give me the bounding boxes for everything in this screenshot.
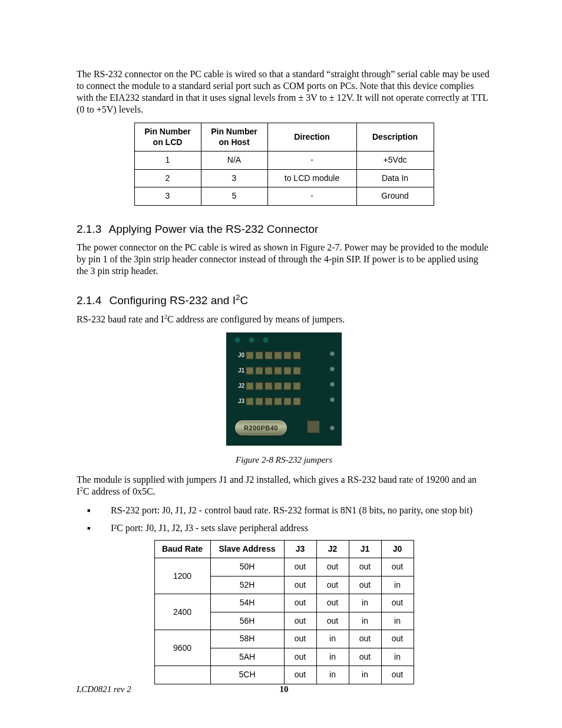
jumper-label: J2 [232, 383, 244, 390]
jumper-label: J1 [232, 367, 244, 375]
jumper-table-header: Baud Rate [154, 540, 210, 558]
smd-pad [307, 420, 320, 433]
table-row: 2 3 to LCD module Data In [134, 169, 434, 187]
section-heading-213: 2.1.3 Applying Power via the RS-232 Conn… [77, 222, 491, 236]
section-heading-214: 2.1.4 Configuring RS-232 and I2C [77, 294, 491, 308]
jumper-table: Baud Rate Slave Address J3 J2 J1 J0 1200… [154, 540, 414, 684]
cell: out [284, 594, 316, 612]
cell: 5AH [210, 648, 284, 666]
baud-cell: 9600 [154, 630, 210, 666]
section-title-post: C [240, 294, 248, 307]
section-title: Applying Power via the RS-232 Connector [109, 223, 319, 235]
baud-cell: 2400 [154, 594, 210, 630]
table-row: 1200 50H out out out out [154, 558, 414, 577]
cell: in [381, 648, 414, 666]
config-post: C address are configured by means of jum… [167, 314, 345, 324]
pin-table-header: Description [356, 123, 434, 151]
cell: in [349, 612, 381, 630]
cell: out [316, 558, 349, 577]
table-row: 1 N/A - +5Vdc [134, 151, 434, 170]
cell: out [316, 612, 349, 630]
cell: 52H [210, 576, 284, 594]
section-title-pre: Configuring RS-232 and I [110, 294, 236, 307]
cell: in [381, 612, 414, 630]
table-row: 3 5 - Ground [134, 187, 434, 206]
jumper-table-header: J2 [316, 540, 349, 558]
cell: 50H [210, 558, 284, 577]
table-row: 9600 58H out in out out [154, 630, 414, 648]
cell: in [349, 594, 381, 612]
cell: in [316, 630, 349, 648]
cell: - [267, 151, 356, 170]
cell: out [284, 630, 316, 648]
jumper-table-header: J1 [349, 540, 381, 558]
figure-2-8: J0 J1 J2 J3 R200PB40 [77, 332, 491, 449]
cell: out [349, 558, 381, 577]
cell: 3 [201, 169, 267, 187]
table-row: 2400 54H out out in out [154, 594, 414, 612]
cell: - [267, 187, 356, 206]
cell: 3 [134, 187, 201, 206]
cell: Data In [356, 169, 434, 187]
jumper-table-header: Slave Address [210, 540, 284, 558]
jumper-label: J0 [232, 352, 244, 360]
cell: 56H [210, 612, 284, 630]
cell: to LCD module [267, 169, 356, 187]
list-item: I²C port: J0, J1, J2, J3 - sets slave pe… [77, 522, 491, 534]
port-bullet-list: RS-232 port: J0, J1, J2 - control baud r… [77, 505, 491, 534]
cell: out [316, 594, 349, 612]
cell: +5Vdc [356, 151, 434, 170]
section-number: 2.1.3 [77, 222, 101, 236]
cell: 5 [201, 187, 267, 206]
baud-cell: 1200 [154, 558, 210, 594]
cell: out [381, 558, 414, 577]
cell: 58H [210, 630, 284, 648]
figure-caption: Figure 2-8 RS-232 jumpers [77, 454, 491, 466]
supplied-post: C address of 0x5C. [83, 486, 156, 496]
intro-paragraph: The RS-232 connector on the PC cable is … [77, 68, 491, 116]
cell: out [284, 612, 316, 630]
cell: out [381, 666, 414, 684]
jumper-table-header: J3 [284, 540, 316, 558]
cell: in [349, 666, 381, 684]
cell: out [284, 576, 316, 594]
jumper-table-header: J0 [381, 540, 414, 558]
table-row: 5CH out in in out [154, 666, 414, 684]
config-pre: RS-232 baud rate and I [77, 314, 164, 324]
jumper-label: J3 [232, 398, 244, 406]
page-number: 10 [77, 684, 491, 695]
cell: 1 [134, 151, 201, 170]
cell: out [349, 630, 381, 648]
cell: in [381, 576, 414, 594]
page-footer: LCD0821 rev 2 10 [77, 684, 491, 695]
config-paragraph: RS-232 baud rate and I2C address are con… [77, 314, 491, 325]
cell: N/A [201, 151, 267, 170]
cell: out [349, 648, 381, 666]
page: The RS-232 connector on the PC cable is … [0, 0, 562, 728]
cell: in [316, 666, 349, 684]
supplied-paragraph: The module is supplied with jumpers J1 a… [77, 474, 491, 498]
cell: out [284, 666, 316, 684]
cell: out [349, 576, 381, 594]
cell: in [316, 648, 349, 666]
cell: 2 [134, 169, 201, 187]
list-item: RS-232 port: J0, J1, J2 - control baud r… [77, 505, 491, 516]
baud-cell [154, 666, 210, 684]
pin-table-header: Direction [267, 123, 356, 151]
cell: out [381, 594, 414, 612]
cell: Ground [356, 187, 434, 206]
cell: out [316, 576, 349, 594]
cell: 54H [210, 594, 284, 612]
cell: out [284, 648, 316, 666]
pin-table-header: Pin Number on Host [201, 123, 267, 151]
pcb-photo: J0 J1 J2 J3 R200PB40 [226, 332, 342, 446]
cell: 5CH [210, 666, 284, 684]
section-number: 2.1.4 [77, 294, 101, 308]
cell: out [284, 558, 316, 577]
cell: out [381, 630, 414, 648]
chip-marking: R200PB40 [235, 420, 287, 436]
power-paragraph: The power connector on the PC cable is w… [77, 242, 491, 277]
pin-table: Pin Number on LCD Pin Number on Host Dir… [134, 123, 434, 206]
pin-table-header: Pin Number on LCD [134, 123, 201, 151]
